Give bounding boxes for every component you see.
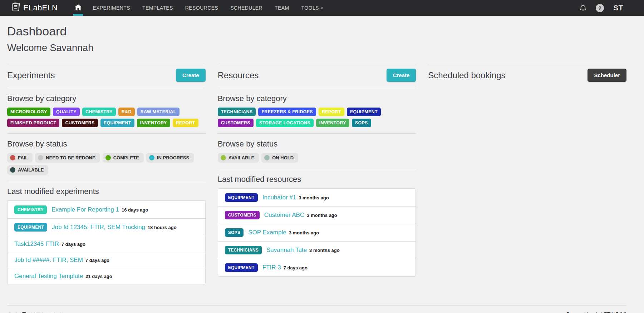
resources-status-badges: AVAILABLE ON HOLD — [218, 153, 416, 169]
resource-list-item[interactable]: EQUIPMENT FTIR 3 7 days ago — [218, 259, 416, 276]
nav-link[interactable]: TEMPLATES — [136, 0, 179, 16]
item-category-badge[interactable]: EQUIPMENT — [225, 193, 258, 202]
resource-list-item[interactable]: SOPS SOP Example 3 months ago — [218, 224, 416, 241]
resource-link[interactable]: Incubator #1 — [262, 194, 296, 201]
nav-links-repeat: EXPERIMENTS TEMPLATES RESOURCES SCHEDULE… — [87, 0, 295, 16]
experiment-link[interactable]: Job Id 12345: FTIR, SEM Tracking — [52, 224, 145, 231]
experiments-browse-status-heading: Browse by status — [7, 139, 206, 149]
category-badge[interactable]: STORAGE LOCATIONS — [256, 119, 314, 127]
experiments-title: Experiments — [7, 70, 55, 80]
experiments-status-badges: FAIL NEED TO BE REDONE COMPLETE — [7, 153, 206, 181]
status-label: ON HOLD — [272, 155, 294, 160]
status-badge[interactable]: AVAILABLE — [7, 165, 48, 175]
experiments-category-badges: MICROBIOLOGY QUALITY CHEMISTRY R&D RAW M… — [7, 108, 206, 133]
item-modified-date: 18 hours ago — [148, 225, 177, 230]
item-modified-date: 16 days ago — [122, 207, 148, 213]
category-badge[interactable]: EQUIPMENT — [347, 108, 381, 116]
category-badge[interactable]: REPORT — [173, 119, 198, 127]
status-label: IN PROGRESS — [157, 155, 189, 160]
resources-column: Resources Create Browse by category TECH… — [218, 63, 416, 284]
create-experiment-button[interactable]: Create — [176, 69, 206, 82]
category-badge[interactable]: INVENTORY — [316, 119, 349, 127]
experiments-column: Experiments Create Browse by category MI… — [7, 63, 206, 284]
elabftw-version-link[interactable]: eLabFTW 5.2.8 — [593, 311, 626, 313]
resources-browse-category-heading: Browse by category — [218, 94, 416, 103]
experiment-list-item[interactable]: Job Id #####: FTIR, SEM 7 days ago — [8, 252, 205, 268]
status-badge[interactable]: AVAILABLE — [218, 153, 259, 163]
app-logo[interactable]: ELabELN — [11, 0, 58, 16]
experiment-list-item[interactable]: General Testing Template 21 days ago — [8, 268, 205, 284]
status-badge[interactable]: IN PROGRESS — [146, 153, 194, 163]
item-category-badge[interactable]: SOPS — [225, 228, 244, 237]
resources-last-modified-list: EQUIPMENT Incubator #1 3 months ago CUST… — [218, 188, 416, 277]
category-badge[interactable]: CHEMISTRY — [82, 108, 116, 116]
item-category-badge[interactable]: CUSTOMERS — [225, 211, 260, 219]
category-badge[interactable]: FINISHED PRODUCT — [7, 119, 59, 127]
chevron-down-icon: ▾ — [321, 6, 323, 10]
category-badge[interactable]: MICROBIOLOGY — [7, 108, 50, 116]
nav-link[interactable]: EXPERIMENTS — [87, 0, 136, 16]
divider — [218, 169, 416, 169]
resources-title: Resources — [218, 70, 259, 80]
category-badge[interactable]: TECHNICIANS — [218, 108, 256, 116]
category-badge[interactable]: R&D — [118, 108, 135, 116]
resource-link[interactable]: Savannah Tate — [266, 247, 307, 254]
create-resource-button[interactable]: Create — [387, 69, 416, 82]
resource-list-item[interactable]: EQUIPMENT Incubator #1 3 months ago — [218, 189, 416, 206]
category-badge[interactable]: INVENTORY — [137, 119, 170, 127]
user-menu-initials[interactable]: ST — [613, 4, 623, 12]
item-category-badge[interactable]: TECHNICIANS — [225, 246, 262, 254]
item-category-badge[interactable]: CHEMISTRY — [14, 205, 47, 214]
experiments-browse-category-heading: Browse by category — [7, 94, 206, 103]
status-dot — [105, 155, 111, 160]
experiment-link[interactable]: Example For Reporting 1 — [51, 206, 119, 213]
experiment-list-item[interactable]: EQUIPMENT Job Id 12345: FTIR, SEM Tracki… — [8, 218, 205, 236]
category-badge[interactable]: QUALITY — [53, 108, 80, 116]
status-label: FAIL — [18, 155, 28, 160]
bell-icon — [580, 4, 586, 12]
experiment-link[interactable]: Job Id #####: FTIR, SEM — [14, 257, 83, 264]
status-badge[interactable]: ON HOLD — [261, 153, 298, 163]
item-modified-date: 3 months ago — [299, 195, 329, 200]
resource-link[interactable]: Customer ABC — [264, 212, 304, 219]
item-modified-date: 7 days ago — [284, 265, 308, 270]
experiment-list-item[interactable]: CHEMISTRY Example For Reporting 1 16 day… — [8, 201, 205, 218]
resource-link[interactable]: FTIR 3 — [262, 264, 281, 271]
status-dot — [10, 167, 15, 173]
nav-tools-dropdown[interactable]: TOOLS ▾ — [295, 0, 329, 16]
category-badge[interactable]: REPORT — [319, 108, 344, 116]
category-badge[interactable]: FREEZERS & FRIDGES — [258, 108, 316, 116]
nav-link[interactable]: RESOURCES — [179, 0, 224, 16]
scheduler-button[interactable]: Scheduler — [588, 69, 626, 82]
divider — [218, 88, 416, 88]
help-button[interactable]: ? — [596, 4, 604, 12]
category-badge[interactable]: CUSTOMERS — [218, 119, 254, 127]
category-badge[interactable]: CUSTOMERS — [62, 119, 98, 127]
category-badge[interactable]: EQUIPMENT — [100, 119, 134, 127]
status-label: AVAILABLE — [228, 155, 254, 160]
resource-list-item[interactable]: TECHNICIANS Savannah Tate 3 months ago — [218, 241, 416, 259]
item-category-badge[interactable]: EQUIPMENT — [225, 263, 258, 272]
nav-link[interactable]: TEAM — [269, 0, 295, 16]
status-dot — [38, 155, 43, 160]
nav-link[interactable]: SCHEDULER — [224, 0, 269, 16]
experiment-link[interactable]: General Testing Template — [14, 273, 83, 280]
resources-last-modified-heading: Last modified resources — [218, 175, 416, 184]
home-icon — [75, 4, 82, 11]
status-badge[interactable]: NEED TO BE REDONE — [35, 153, 100, 163]
resource-link[interactable]: SOP Example — [248, 229, 286, 236]
resource-list-item[interactable]: CUSTOMERS Customer ABC 3 months ago — [218, 206, 416, 224]
nav-home[interactable] — [70, 0, 87, 16]
item-category-badge[interactable]: EQUIPMENT — [14, 223, 47, 232]
experiment-link[interactable]: Task12345 FTIR — [14, 240, 59, 248]
status-label: COMPLETE — [113, 155, 139, 160]
status-dot — [264, 155, 270, 160]
notifications-bell-button[interactable] — [580, 4, 586, 12]
category-badge[interactable]: RAW MATERIAL — [137, 108, 180, 116]
experiments-last-modified-list: CHEMISTRY Example For Reporting 1 16 day… — [7, 200, 206, 284]
item-modified-date: 7 days ago — [85, 258, 109, 263]
category-badge[interactable]: SOPS — [352, 119, 371, 127]
status-badge[interactable]: COMPLETE — [103, 153, 144, 163]
experiment-list-item[interactable]: Task12345 FTIR 7 days ago — [8, 236, 205, 252]
status-badge[interactable]: FAIL — [7, 153, 33, 163]
